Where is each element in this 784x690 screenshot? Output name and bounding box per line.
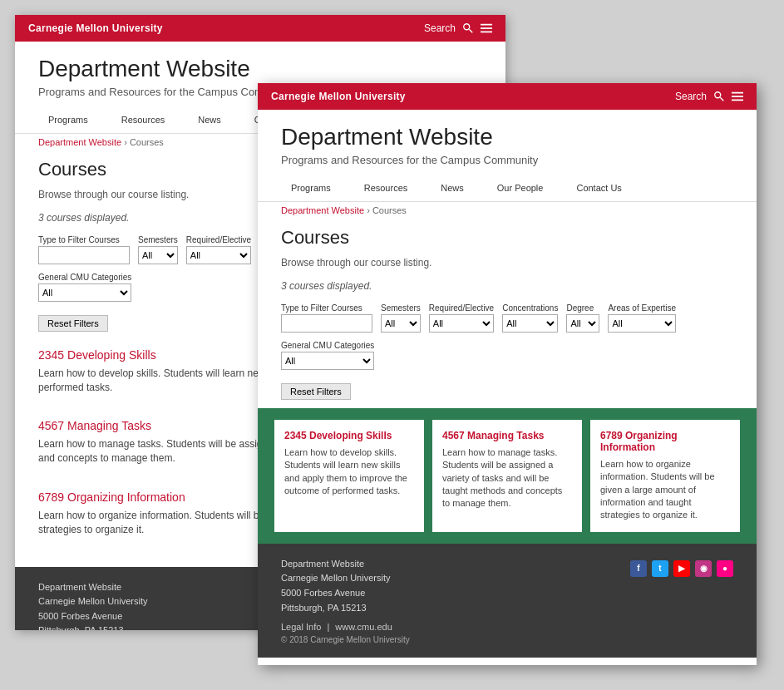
- filter-cmu-group-front: General CMU Categories All: [281, 341, 374, 370]
- course-card-1-front: 2345 Developing Skills Learn how to deve…: [274, 420, 424, 532]
- search-label-front: Search: [675, 91, 707, 102]
- footer-line-2-front: Carnegie Mellon University: [281, 571, 410, 586]
- filter-expertise-label-front: Areas of Expertise: [608, 303, 676, 313]
- filter-semesters-label-back: Semesters: [138, 235, 178, 244]
- filter-cmu-label-back: General CMU Categories: [38, 273, 131, 282]
- course-card-desc-1-front: Learn how to develop skills. Students wi…: [284, 446, 414, 498]
- svg-rect-2: [481, 24, 492, 26]
- filter-degree-group-front: Degree All: [566, 303, 599, 333]
- nav-resources-front[interactable]: Resources: [348, 180, 425, 196]
- twitter-icon-front[interactable]: t: [652, 560, 668, 577]
- course-card-desc-2-front: Learn how to manage tasks. Students will…: [442, 446, 572, 510]
- search-label-back: Search: [424, 22, 456, 34]
- site-title-back: Department Website: [38, 57, 482, 82]
- cmu-logo-front: Carnegie Mellon University: [271, 91, 406, 102]
- footer-line-2-back: Carnegie Mellon University: [38, 594, 167, 609]
- filter-type-input-back[interactable]: [38, 246, 130, 264]
- filter-semesters-select-front[interactable]: All: [381, 314, 421, 333]
- instagram-icon-front[interactable]: ◉: [695, 560, 712, 577]
- filter-degree-label-front: Degree: [566, 303, 599, 313]
- nav-programs-front[interactable]: Programs: [274, 180, 348, 196]
- footer-line-4-back: Pittsburgh, PA 15213: [38, 623, 167, 630]
- header-right-front: Search: [675, 91, 743, 102]
- footer-copyright-front: © 2018 Carnegie Mellon University: [281, 635, 410, 644]
- svg-line-6: [720, 97, 723, 101]
- filter-type-input-front[interactable]: [281, 314, 372, 333]
- filter-degree-select-front[interactable]: All: [566, 314, 599, 333]
- svg-rect-7: [732, 92, 743, 94]
- footer-website-link-front[interactable]: www.cmu.edu: [335, 622, 392, 632]
- header-right-back: Search: [424, 22, 492, 34]
- page-title-section-front: Department Website Programs and Resource…: [258, 110, 757, 175]
- filter-type-label-front: Type to Filter Courses: [281, 303, 372, 313]
- svg-rect-4: [481, 32, 492, 33]
- youtube-icon-front[interactable]: ▶: [673, 560, 690, 577]
- footer-line-1-back: Department Website: [38, 580, 167, 595]
- footer-line-4-front: Pittsburgh, PA 15213: [281, 601, 410, 616]
- course-card-link-2-front[interactable]: 4567 Managing Tasks: [442, 430, 545, 441]
- svg-point-5: [715, 92, 721, 98]
- courses-count-front: 3 courses displayed.: [281, 280, 733, 292]
- breadcrumb-front: Department Website › Courses: [258, 202, 757, 219]
- footer-right-front: f t ▶ ◉ ●: [630, 557, 733, 577]
- filter-cmu-label-front: General CMU Categories: [281, 341, 374, 350]
- svg-rect-9: [732, 100, 743, 101]
- site-header-back: Carnegie Mellon University Search: [15, 15, 505, 42]
- reset-filters-front[interactable]: Reset Filters: [281, 383, 351, 400]
- search-icon-back[interactable]: [462, 22, 474, 34]
- nav-contact-front[interactable]: Contact Us: [560, 180, 638, 196]
- course-link-1-back[interactable]: 2345 Developing Skills: [38, 348, 156, 362]
- filter-concentrations-select-front[interactable]: All: [502, 314, 558, 333]
- footer-name-front: Department Website Carnegie Mellon Unive…: [281, 557, 410, 615]
- breadcrumb-separator-back: ›: [124, 137, 130, 147]
- menu-icon-front[interactable]: [732, 91, 743, 102]
- filter-cmu-select-front[interactable]: All: [281, 352, 374, 370]
- filter-semesters-group-back: Semesters All: [138, 235, 178, 264]
- cmu-logo-back: Carnegie Mellon University: [28, 22, 163, 34]
- search-icon-front[interactable]: [713, 91, 725, 102]
- filter-expertise-group-front: Areas of Expertise All: [608, 303, 676, 333]
- course-link-3-back[interactable]: 6789 Organizing Information: [38, 490, 185, 504]
- breadcrumb-home-front[interactable]: Department Website: [281, 205, 364, 215]
- svg-line-1: [469, 29, 472, 32]
- nav-news-front[interactable]: News: [424, 180, 481, 196]
- filters-front: Type to Filter Courses Semesters All Req…: [281, 303, 733, 370]
- filter-type-label-back: Type to Filter Courses: [38, 235, 130, 244]
- filter-type-group-back: Type to Filter Courses: [38, 235, 130, 264]
- reset-filters-back[interactable]: Reset Filters: [38, 315, 108, 332]
- filter-semesters-select-back[interactable]: All: [138, 246, 178, 264]
- page-content-front: Courses Browse through our course listin…: [258, 219, 757, 408]
- nav-programs-back[interactable]: Programs: [32, 111, 105, 128]
- site-subtitle-front: Programs and Resources for the Campus Co…: [281, 154, 733, 166]
- course-link-2-back[interactable]: 4567 Managing Tasks: [38, 419, 151, 432]
- flickr-icon-front[interactable]: ●: [717, 560, 733, 577]
- footer-legal-front: Legal Info | www.cmu.edu: [281, 622, 410, 632]
- courses-heading-front: Courses: [281, 227, 733, 249]
- filter-expertise-select-front[interactable]: All: [608, 314, 676, 333]
- footer-line-3-back: 5000 Forbes Avenue: [38, 609, 167, 624]
- course-card-link-1-front[interactable]: 2345 Developing Skills: [284, 430, 392, 441]
- breadcrumb-home-back[interactable]: Department Website: [38, 137, 121, 147]
- course-card-desc-3-front: Learn how to organize information. Stude…: [600, 458, 730, 522]
- course-card-link-3-front[interactable]: 6789 Organizing Information: [600, 430, 678, 453]
- site-header-front: Carnegie Mellon University Search: [258, 83, 757, 110]
- filter-cmu-select-back[interactable]: All: [38, 283, 131, 302]
- nav-people-front[interactable]: Our People: [481, 180, 560, 196]
- breadcrumb-current-back: Courses: [130, 137, 164, 147]
- filter-required-select-front[interactable]: All: [429, 314, 494, 333]
- nav-resources-back[interactable]: Resources: [105, 111, 182, 128]
- filter-type-group-front: Type to Filter Courses: [281, 303, 372, 333]
- menu-icon-back[interactable]: [481, 22, 492, 34]
- facebook-icon-front[interactable]: f: [630, 560, 647, 577]
- footer-line-1-front: Department Website: [281, 557, 410, 572]
- filter-required-select-back[interactable]: All: [186, 246, 251, 264]
- site-title-front: Department Website: [281, 125, 733, 150]
- nav-news-back[interactable]: News: [181, 111, 238, 128]
- cards-section-front: 2345 Developing Skills Learn how to deve…: [258, 408, 757, 544]
- footer-legal-link-front[interactable]: Legal Info: [281, 622, 321, 632]
- footer-left-back: Department Website Carnegie Mellon Unive…: [38, 580, 167, 630]
- filter-required-group-front: Required/Elective All: [429, 303, 494, 333]
- filter-cmu-group-back: General CMU Categories All: [38, 273, 131, 302]
- nav-bar-front: Programs Resources News Our People Conta…: [258, 175, 757, 202]
- footer-name-back: Department Website Carnegie Mellon Unive…: [38, 580, 167, 630]
